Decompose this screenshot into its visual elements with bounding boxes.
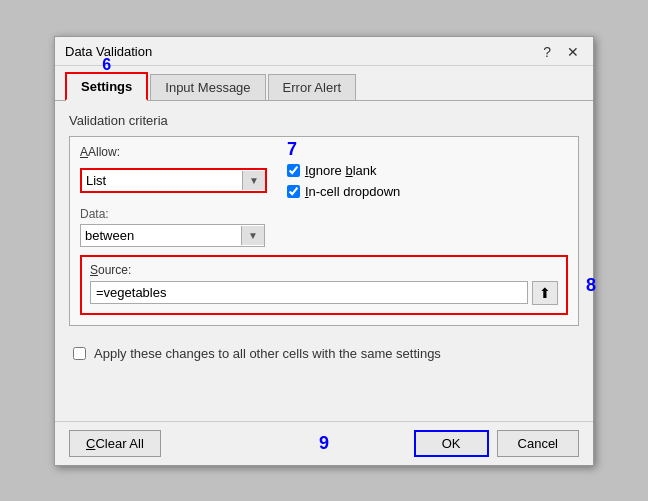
- footer-right: OK Cancel: [414, 430, 579, 457]
- cancel-button[interactable]: Cancel: [497, 430, 579, 457]
- title-bar-buttons: ? ✕: [537, 43, 585, 61]
- close-button[interactable]: ✕: [561, 43, 585, 61]
- ok-button[interactable]: OK: [414, 430, 489, 457]
- apply-all-label: Apply these changes to all other cells w…: [94, 346, 441, 361]
- tab-step-number: 6: [102, 56, 111, 74]
- incell-dropdown-checkbox[interactable]: [287, 185, 300, 198]
- data-select[interactable]: between not between equal to not equal t…: [81, 225, 241, 246]
- data-validation-dialog: Data Validation ? ✕ 6 Settings Input Mes…: [54, 36, 594, 466]
- tab-error-alert-label: Error Alert: [283, 80, 342, 95]
- tab-error-alert[interactable]: Error Alert: [268, 74, 357, 100]
- data-label: Data:: [80, 207, 568, 221]
- footer: CClear All 9 OK Cancel: [55, 421, 593, 465]
- incell-dropdown-row: In-cell dropdown: [287, 184, 400, 199]
- data-select-wrap: between not between equal to not equal t…: [80, 224, 265, 247]
- step-number-7: 7: [287, 139, 297, 160]
- validation-criteria-label: Validation criteria: [69, 113, 579, 128]
- allow-select[interactable]: List Any value Whole number Decimal Date…: [82, 170, 242, 191]
- tab-settings-label: Settings: [81, 79, 132, 94]
- help-button[interactable]: ?: [537, 43, 557, 61]
- apply-row: Apply these changes to all other cells w…: [69, 346, 579, 361]
- tab-input-message-label: Input Message: [165, 80, 250, 95]
- source-wrap: Source: ⬆ 8: [80, 255, 568, 315]
- settings-content: Validation criteria AAllow: List Any val…: [55, 101, 593, 421]
- source-input-row: ⬆: [90, 281, 558, 305]
- incell-dropdown-label: In-cell dropdown: [305, 184, 400, 199]
- source-label: Source:: [90, 263, 558, 277]
- footer-step-number: 9: [319, 433, 329, 454]
- ignore-blank-checkbox[interactable]: [287, 164, 300, 177]
- allow-select-wrap: List Any value Whole number Decimal Date…: [80, 168, 267, 193]
- source-collapse-button[interactable]: ⬆: [532, 281, 558, 305]
- tab-settings[interactable]: 6 Settings: [65, 72, 148, 101]
- tab-input-message[interactable]: Input Message: [150, 74, 265, 100]
- allow-label: AAllow:: [80, 145, 568, 159]
- checkboxes: Ignore blank In-cell dropdown: [287, 163, 400, 199]
- source-input[interactable]: [90, 281, 528, 304]
- footer-left: CClear All: [69, 430, 161, 457]
- allow-row: List Any value Whole number Decimal Date…: [80, 163, 568, 199]
- data-select-arrow: ▼: [241, 226, 264, 245]
- clear-all-button[interactable]: CClear All: [69, 430, 161, 457]
- tab-bar: 6 Settings Input Message Error Alert: [55, 66, 593, 101]
- allow-select-arrow: ▼: [242, 171, 265, 190]
- ignore-blank-row: Ignore blank: [287, 163, 400, 178]
- ignore-blank-label: Ignore blank: [305, 163, 377, 178]
- title-bar: Data Validation ? ✕: [55, 37, 593, 66]
- apply-all-checkbox[interactable]: [73, 347, 86, 360]
- criteria-box: AAllow: List Any value Whole number Deci…: [69, 136, 579, 326]
- step-number-8: 8: [586, 274, 596, 295]
